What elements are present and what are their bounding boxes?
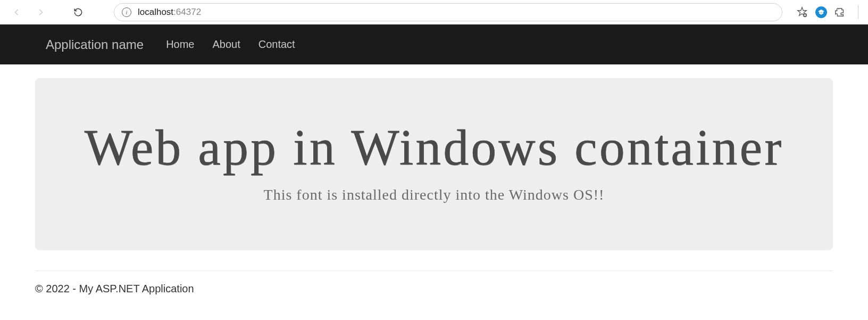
main-container: Web app in Windows container This font i… xyxy=(0,78,868,250)
jumbotron: Web app in Windows container This font i… xyxy=(35,78,833,250)
forward-button[interactable] xyxy=(31,2,51,22)
footer-text: © 2022 - My ASP.NET Application xyxy=(0,271,868,295)
browser-toolbar: i localhost:64372 xyxy=(0,0,868,24)
nav-link-about[interactable]: About xyxy=(212,38,240,51)
site-navbar: Application name Home About Contact xyxy=(0,24,868,64)
extensions-icon[interactable] xyxy=(834,6,846,18)
navbar-brand[interactable]: Application name xyxy=(46,37,144,52)
hero-heading: Web app in Windows container xyxy=(51,118,817,177)
site-info-icon[interactable]: i xyxy=(122,7,131,17)
nav-link-home[interactable]: Home xyxy=(166,38,194,51)
nav-link-contact[interactable]: Contact xyxy=(258,38,295,51)
toolbar-actions xyxy=(796,5,862,19)
reload-button[interactable] xyxy=(68,2,88,22)
back-button[interactable] xyxy=(6,2,27,22)
url-text: localhost:64372 xyxy=(138,7,201,18)
favorites-icon[interactable] xyxy=(796,6,808,18)
toolbar-divider xyxy=(858,5,858,19)
hero-subtext: This font is installed directly into the… xyxy=(51,186,817,203)
profile-badge-icon[interactable] xyxy=(815,6,827,18)
address-bar[interactable]: i localhost:64372 xyxy=(114,3,782,21)
